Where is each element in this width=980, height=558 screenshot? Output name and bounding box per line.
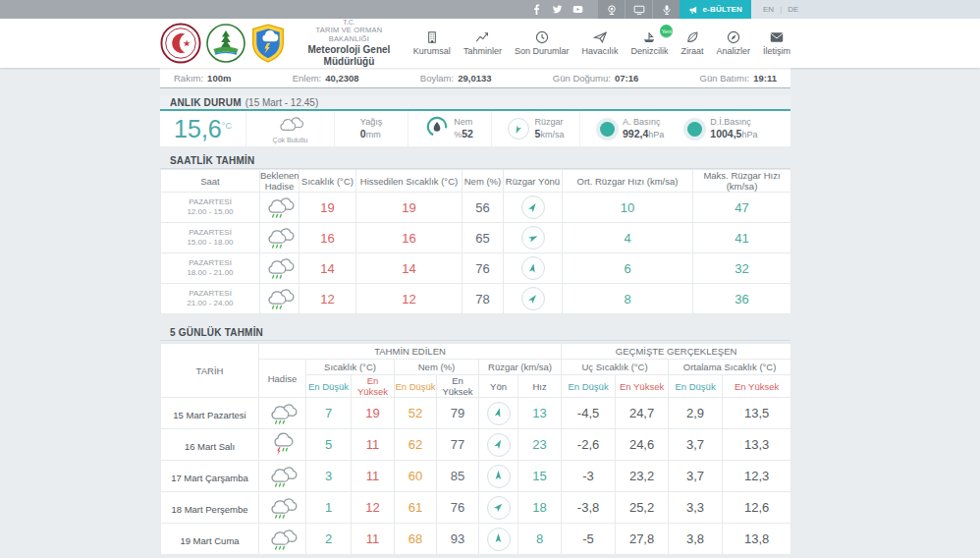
rain-icon	[263, 228, 297, 245]
avg-min-cell: 2,9	[669, 398, 723, 429]
wind-direction-icon	[521, 226, 545, 250]
column-header: Rüzgar (km/sa)	[479, 360, 562, 375]
daily-row: 19 Mart Cuma 2 11 68 93 8 -5 27,8 3,8 13…	[161, 524, 791, 555]
ebulletin-button[interactable]: e-BÜLTEN	[680, 0, 751, 19]
humidity-min-cell: 52	[395, 398, 437, 429]
wind-max-cell: 47	[693, 193, 791, 223]
column-header: Uç Sıcaklık (°C)	[562, 360, 669, 375]
hourly-row: PAZARTESİ15.00 - 18.00 16 16 65 4 41	[161, 223, 791, 253]
tv-icon[interactable]	[626, 0, 652, 19]
column-header: Maks. Rüzgar Hızı (km/sa)	[693, 170, 791, 193]
ext-min-cell: -2,6	[562, 429, 616, 461]
wind-speed-cell: 23	[518, 429, 562, 461]
nav-iletiim[interactable]: İletişim	[763, 30, 790, 56]
wind-direction-icon	[487, 433, 511, 457]
humidity-min-cell: 62	[395, 429, 437, 461]
humidity-min-cell: 61	[395, 492, 437, 524]
nav-denizcilik[interactable]: Yeni Denizcilik	[630, 30, 668, 56]
sub-column-header: En Düşük	[395, 375, 437, 398]
info-gndoumu: Gün Doğumu:07:16	[553, 73, 638, 84]
feels-like-cell: 19	[356, 193, 463, 223]
nav-analizler[interactable]: Analizler	[716, 30, 750, 56]
humidity-max-cell: 85	[437, 461, 479, 492]
date-cell: 18 Mart Perşembe	[161, 492, 259, 524]
hourly-forecast-table: SaatBeklenen HadiseSıcaklık (°C)Hissedil…	[160, 169, 791, 314]
daily-forecast-table: TARİH TAHMİN EDİLEN GEÇMİŞTE GERÇEKLEŞEN…	[160, 343, 791, 555]
twitter-icon[interactable]	[552, 4, 563, 15]
ext-max-cell: 27,8	[616, 524, 669, 555]
sub-column-header: En Yüksek	[723, 375, 791, 398]
meteoroloji-logo[interactable]	[250, 24, 286, 63]
ministry-logo[interactable]	[160, 23, 201, 64]
time-cell: PAZARTESİ21.00 - 24.00	[161, 284, 260, 314]
daily-title: 5 GÜNLÜK TAHMİN	[170, 327, 263, 338]
wind-direction-cell	[479, 429, 518, 461]
topbar: e-BÜLTEN EN|DE	[0, 0, 980, 19]
event-icon-cell	[259, 398, 306, 429]
feels-like-cell: 14	[356, 253, 463, 284]
column-header: Hissedilen Sıcaklık (°C)	[356, 170, 463, 193]
wind-avg-cell: 4	[563, 223, 693, 253]
date-cell: 15 Mart Pazartesi	[161, 398, 259, 429]
temp-max-cell: 12	[352, 492, 395, 524]
wind-avg-cell: 6	[563, 253, 693, 284]
lang-en[interactable]: EN	[763, 5, 774, 14]
site-title: T.C. TARIM VE ORMAN BAKANLIĞI Meteoroloj…	[295, 19, 404, 68]
facebook-icon[interactable]	[531, 4, 542, 15]
time-cell: PAZARTESİ15.00 - 18.00	[161, 223, 260, 253]
org-name: Meteoroloji Genel Müdürlüğü	[295, 44, 404, 68]
nav-ziraat[interactable]: Ziraat	[681, 30, 703, 56]
wind-speed-cell: 13	[518, 398, 562, 429]
temp-max-cell: 11	[352, 429, 395, 461]
rain-icon	[266, 498, 299, 515]
temp-max-cell: 19	[352, 398, 395, 429]
section-title-current: ANLIK DURUM (15 Mart - 12.45)	[160, 95, 790, 111]
temp-cell: 19	[299, 193, 356, 223]
new-badge: Yeni	[660, 25, 673, 37]
wind-direction-icon	[487, 465, 511, 488]
hourly-row: PAZARTESİ18.00 - 21.00 14 14 76 6 32	[161, 253, 791, 284]
mail-icon	[770, 30, 784, 44]
leaf-icon	[685, 30, 699, 44]
ext-min-cell: -3	[562, 461, 616, 492]
current-condition: Çok Bulutlu	[245, 111, 334, 146]
ebulletin-label: e-BÜLTEN	[702, 5, 742, 14]
pressure-label: A. Basınç	[623, 117, 664, 128]
sub-column-header: En Yüksek	[616, 375, 669, 398]
youtube-icon[interactable]	[572, 4, 583, 15]
column-header: TARİH	[161, 344, 259, 398]
humidity-cell: 65	[463, 223, 504, 253]
ext-max-cell: 23,2	[616, 461, 669, 492]
column-header: Ortalama Sıcaklık (°C)	[669, 360, 791, 375]
compass-icon	[727, 30, 740, 44]
wind-max-cell: 32	[693, 253, 791, 284]
humidity-cell: 76	[463, 253, 504, 284]
avg-max-cell: 13,3	[723, 429, 791, 461]
nav-havaclk[interactable]: Havacılık	[581, 30, 618, 56]
daily-row: 15 Mart Pazartesi 7 19 52 79 13 -4,5 24,…	[161, 398, 791, 429]
rain-icon	[266, 404, 299, 420]
megaphone-icon	[688, 5, 698, 15]
ext-max-cell: 24,7	[616, 398, 669, 429]
lang-de[interactable]: DE	[788, 5, 798, 14]
humidity-max-cell: 79	[437, 398, 479, 429]
section-title-hourly: SAATLİK TAHMİN	[160, 153, 790, 169]
nav-tahminler[interactable]: Tahminler	[463, 30, 502, 56]
sub-column-header: En Yüksek	[437, 375, 479, 398]
webcam-icon[interactable]	[598, 0, 625, 19]
nav-kurumsal[interactable]: Kurumsal	[413, 30, 451, 56]
microphone-icon[interactable]	[653, 0, 680, 19]
language-switch: EN|DE	[751, 0, 980, 19]
ext-min-cell: -5	[562, 524, 616, 555]
current-pressure: A. Basınç 992,4hPa D.İ.Basınç 1004,5hPa	[579, 111, 790, 146]
separator: |	[780, 5, 782, 14]
tarim-orman-logo[interactable]	[206, 24, 245, 63]
wind-label: Rüzgar	[535, 117, 565, 128]
wind-icon	[508, 118, 529, 140]
nav-sondurumlar[interactable]: Son Durumlar	[515, 30, 570, 56]
main-nav: Kurumsal Tahminler Son Durumlar Havacılı…	[413, 30, 790, 56]
wind-direction-cell	[479, 461, 518, 492]
column-header: Nem (%)	[395, 360, 479, 375]
event-icon-cell	[259, 429, 306, 461]
current-humidity: Nem %52	[408, 111, 491, 146]
